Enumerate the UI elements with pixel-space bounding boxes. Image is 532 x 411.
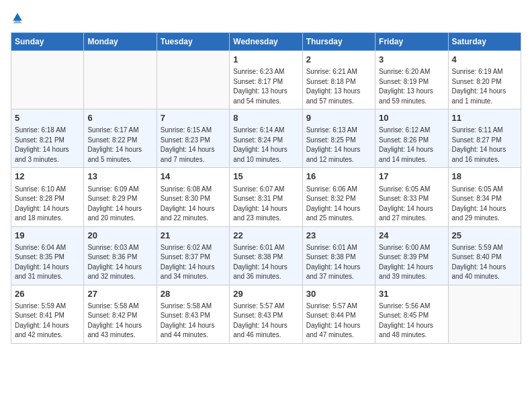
day-info: Sunrise: 6:04 AM Sunset: 8:35 PM Dayligh… [15,243,80,282]
calendar-day-2: 2Sunrise: 6:21 AM Sunset: 8:18 PM Daylig… [302,51,375,109]
logo [11,11,30,24]
day-info: Sunrise: 6:01 AM Sunset: 8:38 PM Dayligh… [306,243,371,282]
day-info: Sunrise: 6:00 AM Sunset: 8:39 PM Dayligh… [379,243,444,282]
day-info: Sunrise: 6:12 AM Sunset: 8:26 PM Dayligh… [379,126,444,165]
day-number: 6 [87,112,152,124]
calendar-day-18: 18Sunrise: 6:05 AM Sunset: 8:34 PM Dayli… [448,168,521,226]
day-info: Sunrise: 6:14 AM Sunset: 8:24 PM Dayligh… [233,126,298,165]
calendar-day-19: 19Sunrise: 6:04 AM Sunset: 8:35 PM Dayli… [11,226,84,285]
calendar-day-empty [11,51,84,109]
day-info: Sunrise: 6:05 AM Sunset: 8:33 PM Dayligh… [379,185,444,224]
day-info: Sunrise: 6:23 AM Sunset: 8:17 PM Dayligh… [233,67,298,106]
day-info: Sunrise: 5:58 AM Sunset: 8:43 PM Dayligh… [161,302,226,340]
day-info: Sunrise: 6:09 AM Sunset: 8:29 PM Dayligh… [87,185,152,224]
weekday-header-tuesday: Tuesday [157,33,229,51]
day-info: Sunrise: 5:57 AM Sunset: 8:43 PM Dayligh… [233,302,298,340]
weekday-header-monday: Monday [84,33,157,51]
calendar-day-16: 16Sunrise: 6:06 AM Sunset: 8:32 PM Dayli… [302,168,375,226]
calendar-day-4: 4Sunrise: 6:19 AM Sunset: 8:20 PM Daylig… [448,51,521,109]
calendar-day-12: 12Sunrise: 6:10 AM Sunset: 8:28 PM Dayli… [11,168,84,226]
calendar-day-24: 24Sunrise: 6:00 AM Sunset: 8:39 PM Dayli… [375,226,448,285]
weekday-header-sunday: Sunday [11,33,84,51]
day-info: Sunrise: 6:21 AM Sunset: 8:18 PM Dayligh… [306,67,371,106]
calendar-day-8: 8Sunrise: 6:14 AM Sunset: 8:24 PM Daylig… [230,109,302,168]
day-info: Sunrise: 5:56 AM Sunset: 8:45 PM Dayligh… [379,302,444,340]
day-number: 3 [379,54,444,66]
calendar-day-27: 27Sunrise: 5:58 AM Sunset: 8:42 PM Dayli… [84,285,157,343]
calendar-week-row: 12Sunrise: 6:10 AM Sunset: 8:28 PM Dayli… [11,168,521,226]
calendar-day-13: 13Sunrise: 6:09 AM Sunset: 8:29 PM Dayli… [84,168,157,226]
day-info: Sunrise: 5:59 AM Sunset: 8:41 PM Dayligh… [15,302,80,340]
day-number: 2 [306,54,371,66]
calendar-day-17: 17Sunrise: 6:05 AM Sunset: 8:33 PM Dayli… [375,168,448,226]
day-number: 20 [87,230,152,242]
calendar-day-23: 23Sunrise: 6:01 AM Sunset: 8:38 PM Dayli… [302,226,375,285]
day-number: 14 [161,171,226,183]
day-number: 13 [87,171,152,183]
day-info: Sunrise: 6:18 AM Sunset: 8:21 PM Dayligh… [15,126,80,165]
day-info: Sunrise: 6:03 AM Sunset: 8:36 PM Dayligh… [87,243,152,282]
weekday-header-row: SundayMondayTuesdayWednesdayThursdayFrid… [11,33,521,51]
weekday-header-saturday: Saturday [448,33,521,51]
day-number: 10 [379,112,444,124]
svg-marker-1 [13,21,21,24]
day-info: Sunrise: 6:10 AM Sunset: 8:28 PM Dayligh… [15,185,80,224]
calendar-week-row: 5Sunrise: 6:18 AM Sunset: 8:21 PM Daylig… [11,109,521,168]
calendar-day-11: 11Sunrise: 6:11 AM Sunset: 8:27 PM Dayli… [448,109,521,168]
day-number: 23 [306,230,371,242]
day-number: 4 [452,54,517,66]
day-info: Sunrise: 6:07 AM Sunset: 8:31 PM Dayligh… [233,185,298,224]
calendar-day-20: 20Sunrise: 6:03 AM Sunset: 8:36 PM Dayli… [84,226,157,285]
day-number: 12 [15,171,80,183]
day-info: Sunrise: 6:02 AM Sunset: 8:37 PM Dayligh… [161,243,226,282]
day-number: 15 [233,171,298,183]
calendar-day-21: 21Sunrise: 6:02 AM Sunset: 8:37 PM Dayli… [157,226,229,285]
logo-icon [11,11,24,24]
weekday-header-thursday: Thursday [302,33,375,51]
day-number: 8 [233,112,298,124]
day-number: 9 [306,112,371,124]
day-info: Sunrise: 6:20 AM Sunset: 8:19 PM Dayligh… [379,67,444,106]
day-info: Sunrise: 6:19 AM Sunset: 8:20 PM Dayligh… [452,67,517,106]
calendar-day-14: 14Sunrise: 6:08 AM Sunset: 8:30 PM Dayli… [157,168,229,226]
day-info: Sunrise: 5:58 AM Sunset: 8:42 PM Dayligh… [87,302,152,340]
day-info: Sunrise: 6:13 AM Sunset: 8:25 PM Dayligh… [306,126,371,165]
calendar-day-15: 15Sunrise: 6:07 AM Sunset: 8:31 PM Dayli… [230,168,302,226]
day-info: Sunrise: 5:57 AM Sunset: 8:44 PM Dayligh… [306,302,371,340]
day-info: Sunrise: 6:15 AM Sunset: 8:23 PM Dayligh… [161,126,226,165]
day-number: 21 [161,230,226,242]
day-number: 1 [233,54,298,66]
day-number: 7 [161,112,226,124]
day-number: 11 [452,112,517,124]
day-number: 28 [161,288,226,300]
page-header [11,11,521,24]
day-number: 19 [15,230,80,242]
calendar-day-empty [157,51,229,109]
calendar-week-row: 1Sunrise: 6:23 AM Sunset: 8:17 PM Daylig… [11,51,521,109]
day-number: 29 [233,288,298,300]
weekday-header-friday: Friday [375,33,448,51]
calendar-day-6: 6Sunrise: 6:17 AM Sunset: 8:22 PM Daylig… [84,109,157,168]
day-info: Sunrise: 6:17 AM Sunset: 8:22 PM Dayligh… [87,126,152,165]
calendar-day-1: 1Sunrise: 6:23 AM Sunset: 8:17 PM Daylig… [230,51,302,109]
weekday-header-wednesday: Wednesday [230,33,302,51]
day-info: Sunrise: 6:06 AM Sunset: 8:32 PM Dayligh… [306,185,371,224]
calendar-day-empty [448,285,521,343]
day-number: 26 [15,288,80,300]
calendar-day-25: 25Sunrise: 5:59 AM Sunset: 8:40 PM Dayli… [448,226,521,285]
calendar-week-row: 26Sunrise: 5:59 AM Sunset: 8:41 PM Dayli… [11,285,521,343]
day-info: Sunrise: 6:05 AM Sunset: 8:34 PM Dayligh… [452,185,517,224]
svg-marker-0 [13,13,21,20]
calendar-day-7: 7Sunrise: 6:15 AM Sunset: 8:23 PM Daylig… [157,109,229,168]
day-number: 5 [15,112,80,124]
day-number: 22 [233,230,298,242]
calendar-table: SundayMondayTuesdayWednesdayThursdayFrid… [11,32,521,344]
day-number: 17 [379,171,444,183]
calendar-day-5: 5Sunrise: 6:18 AM Sunset: 8:21 PM Daylig… [11,109,84,168]
calendar-day-31: 31Sunrise: 5:56 AM Sunset: 8:45 PM Dayli… [375,285,448,343]
calendar-day-26: 26Sunrise: 5:59 AM Sunset: 8:41 PM Dayli… [11,285,84,343]
calendar-day-10: 10Sunrise: 6:12 AM Sunset: 8:26 PM Dayli… [375,109,448,168]
day-number: 31 [379,288,444,300]
day-info: Sunrise: 6:08 AM Sunset: 8:30 PM Dayligh… [161,185,226,224]
calendar-day-9: 9Sunrise: 6:13 AM Sunset: 8:25 PM Daylig… [302,109,375,168]
